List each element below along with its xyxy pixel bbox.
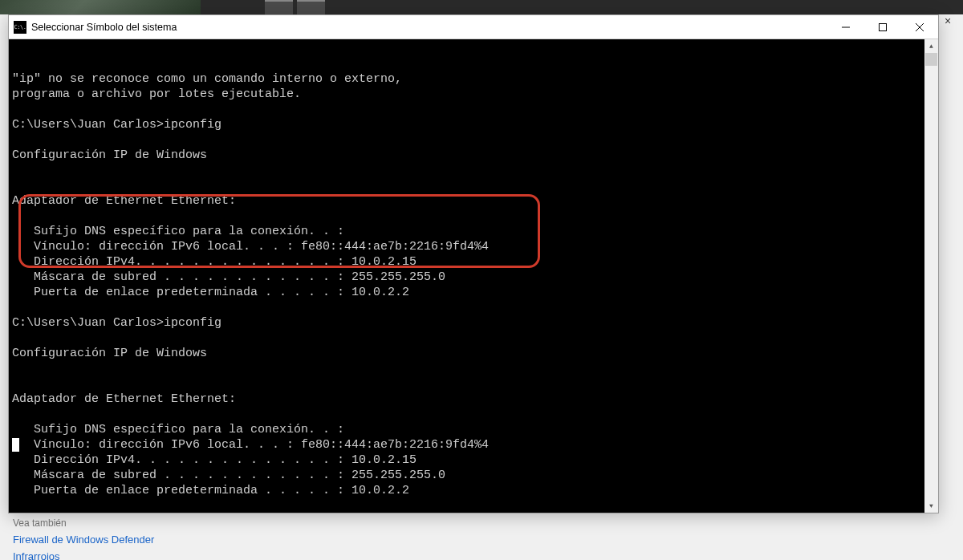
- background-taskbar: [0, 0, 963, 14]
- terminal-line: "ip" no se reconoce como un comando inte…: [12, 71, 938, 87]
- maximize-icon: [879, 23, 887, 31]
- terminal-line: [12, 498, 938, 513]
- close-button[interactable]: [901, 15, 938, 39]
- terminal-line: Configuración IP de Windows: [12, 148, 938, 163]
- command-prompt-window: C:\. Seleccionar Símbolo del sistema "ip…: [8, 14, 939, 513]
- svg-rect-1: [880, 23, 887, 30]
- scroll-up-arrow[interactable]: ▲: [924, 39, 938, 53]
- window-controls: [827, 15, 938, 39]
- terminal-line: Máscara de subred . . . . . . . . . . . …: [12, 468, 938, 483]
- close-icon: [916, 23, 924, 31]
- terminal-line: Adaptador de Ethernet Ethernet:: [12, 193, 938, 209]
- terminal-line: [12, 163, 938, 178]
- taskbar-item: [297, 0, 325, 14]
- terminal-line: Configuración IP de Windows: [12, 346, 938, 361]
- terminal-line: Máscara de subred . . . . . . . . . . . …: [12, 270, 938, 285]
- terminal-line: C:\Users\Juan Carlos>ipconfig: [12, 315, 938, 331]
- taskbar-thumbnail: [0, 0, 201, 14]
- terminal-line: Adaptador de Ethernet Ethernet:: [12, 392, 938, 407]
- terminal-line: Sufijo DNS específico para la conexión. …: [12, 422, 938, 437]
- terminal-line: [12, 300, 938, 315]
- terminal-line: [12, 331, 938, 346]
- scroll-track[interactable]: [924, 53, 938, 499]
- minimize-icon: [842, 23, 850, 31]
- terminal-line: Puerta de enlace predeterminada . . . . …: [12, 285, 938, 300]
- scroll-down-arrow[interactable]: ▼: [924, 499, 938, 513]
- terminal-line: C:\Users\Juan Carlos>ipconfig: [12, 117, 938, 132]
- terminal-line: [12, 361, 938, 376]
- terminal-line: Vínculo: dirección IPv6 local. . . : fe8…: [12, 239, 938, 254]
- terminal-line: Vínculo: dirección IPv6 local. . . : fe8…: [12, 437, 938, 452]
- terminal-line: Dirección IPv4. . . . . . . . . . . . . …: [12, 452, 938, 468]
- maximize-button[interactable]: [864, 15, 901, 39]
- cmd-icon: C:\.: [14, 21, 26, 34]
- link-firewall[interactable]: Firewall de Windows Defender: [13, 534, 154, 546]
- selection-marker: [12, 438, 19, 452]
- terminal-line: [12, 407, 938, 422]
- taskbar-item: [265, 0, 293, 14]
- window-title: Seleccionar Símbolo del sistema: [31, 22, 827, 33]
- minimize-button[interactable]: [827, 15, 864, 39]
- terminal-line: [12, 209, 938, 224]
- terminal-line: [12, 178, 938, 193]
- vertical-scrollbar[interactable]: ▲ ▼: [924, 39, 938, 513]
- background-close-icon: ×: [941, 14, 955, 29]
- terminal-line: Puerta de enlace predeterminada . . . . …: [12, 483, 938, 498]
- bg-section-label: Vea también: [13, 517, 67, 529]
- terminal-output[interactable]: "ip" no se reconoce como un comando inte…: [9, 39, 938, 513]
- terminal-line: [12, 132, 938, 148]
- terminal-line: programa o archivo por lotes ejecutable.: [12, 87, 938, 102]
- terminal-line: Sufijo DNS específico para la conexión. …: [12, 224, 938, 239]
- terminal-line: [12, 376, 938, 392]
- terminal-line: Dirección IPv4. . . . . . . . . . . . . …: [12, 254, 938, 270]
- link-infrarrojos[interactable]: Infrarrojos: [13, 550, 60, 560]
- titlebar[interactable]: C:\. Seleccionar Símbolo del sistema: [9, 15, 938, 39]
- terminal-line: [12, 102, 938, 117]
- scroll-thumb[interactable]: [925, 53, 937, 66]
